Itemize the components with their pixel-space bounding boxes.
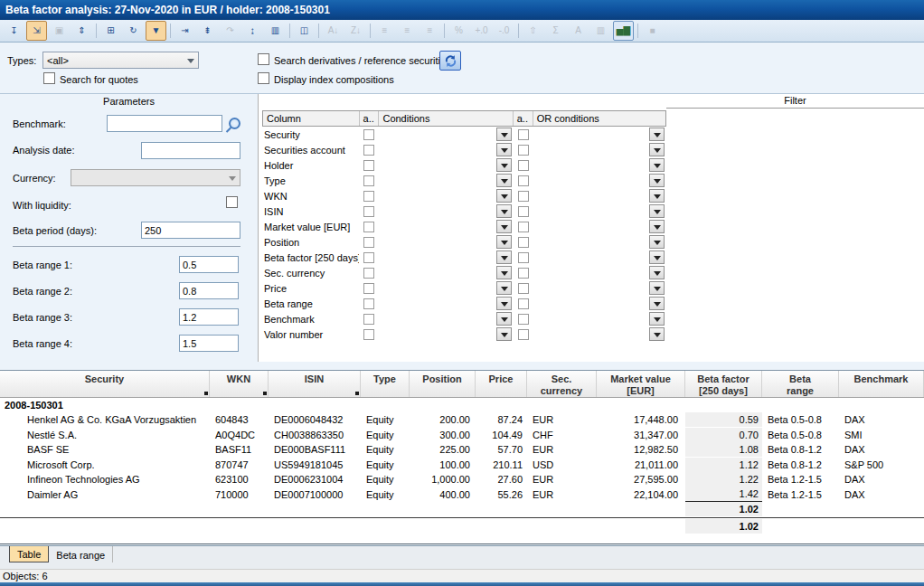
refresh-button[interactable] [439,51,461,71]
column-settings-icon[interactable]: ▥ [265,21,286,41]
beta-range-input[interactable] [179,308,239,326]
column-header-type[interactable]: Type [361,371,410,397]
filter-or-and-checkbox[interactable] [518,252,529,263]
filter-or-condition-field[interactable] [533,204,666,218]
chevron-down-icon[interactable] [496,143,512,156]
filter-or-condition-field[interactable] [533,128,666,141]
filter-or-and-checkbox[interactable] [518,237,529,248]
filter-or-and-checkbox[interactable] [518,129,529,140]
filter-and-checkbox[interactable] [363,129,374,140]
chevron-down-icon[interactable] [649,143,665,156]
filter-or-and-checkbox[interactable] [518,329,529,340]
table-row[interactable]: Nestlé S.A. A0Q4DC CH0038863350 Equity 3… [0,428,924,443]
filter-or-condition-field[interactable] [533,189,666,203]
column-header-wkn[interactable]: WKN [210,371,269,397]
filter-or-and-checkbox[interactable] [518,268,529,279]
filter-or-condition-field[interactable] [533,297,666,310]
chevron-down-icon[interactable] [649,220,665,233]
column-header-isin[interactable]: ISIN [269,371,361,397]
column-header-beta-range[interactable]: Betarange [762,371,839,397]
column-header-market-value[interactable]: Market value[EUR] [597,371,685,397]
filter-condition-field[interactable] [379,327,514,341]
beta-period-input[interactable] [141,222,240,239]
group-row[interactable]: 2008-150301 [0,398,924,412]
analysis-date-input[interactable] [141,142,240,159]
filter-or-condition-field[interactable] [533,235,666,249]
chevron-down-icon[interactable] [496,312,512,326]
filter-or-and-checkbox[interactable] [518,314,529,325]
chevron-down-icon[interactable] [496,297,512,310]
display-index-checkbox[interactable] [258,72,269,84]
chevron-down-icon[interactable] [649,189,665,203]
types-select[interactable]: <all> [42,52,199,69]
table-row[interactable]: Daimler AG 710000 DE0007100000 Equity 40… [0,487,924,503]
chevron-down-icon[interactable] [649,327,665,341]
chevron-down-icon[interactable] [496,128,512,141]
filter-condition-field[interactable] [379,281,514,295]
chevron-down-icon[interactable] [496,327,512,341]
column-header-benchmark[interactable]: Benchmark [839,371,924,397]
filter-or-condition-field[interactable] [533,158,666,172]
title-bar[interactable]: Beta factor analysis: 27-Nov-2020 in EUR… [0,0,924,20]
filter-and-checkbox[interactable] [363,252,374,263]
filter-condition-field[interactable] [379,189,514,203]
filter-or-and-checkbox[interactable] [518,191,529,202]
chevron-down-icon[interactable] [496,204,512,218]
filter-or-condition-field[interactable] [533,327,666,341]
filter-or-condition-field[interactable] [533,312,666,326]
beta-range-input[interactable] [179,335,239,352]
filter-condition-field[interactable] [379,297,514,310]
underline-sum-icon[interactable]: ↨ [242,21,263,41]
filter-or-condition-field[interactable] [533,281,666,295]
chevron-down-icon[interactable] [649,174,665,187]
filter-or-condition-field[interactable] [533,143,666,156]
table-row[interactable]: Infineon Technologies AG 623100 DE000623… [0,472,924,487]
filter-condition-field[interactable] [379,204,514,218]
search-for-quotes-checkbox[interactable] [43,72,55,84]
filter-or-condition-field[interactable] [533,266,666,279]
filter-condition-field[interactable] [379,158,514,172]
filter-and-checkbox[interactable] [363,314,374,325]
chevron-down-icon[interactable] [649,158,665,172]
column-header-price[interactable]: Price [476,371,527,397]
fit-columns-icon[interactable]: ⇲ [26,21,47,41]
filter-or-and-checkbox[interactable] [518,175,529,186]
filter-or-and-checkbox[interactable] [518,283,529,294]
filter-and-checkbox[interactable] [363,268,374,279]
filter-or-and-checkbox[interactable] [518,160,529,171]
filter-condition-field[interactable] [379,143,514,156]
with-liquidity-checkbox[interactable] [226,196,238,208]
filter-and-checkbox[interactable] [363,191,374,202]
filter-or-and-checkbox[interactable] [518,145,529,156]
filter-condition-field[interactable] [379,174,514,187]
tab-table[interactable]: Table [9,546,49,562]
filter-and-checkbox[interactable] [363,175,374,186]
chevron-down-icon[interactable] [496,266,512,279]
filter-condition-field[interactable] [379,266,514,279]
chevron-down-icon[interactable] [649,297,665,310]
hide-columns-icon[interactable]: ◫ [294,21,315,41]
filter-or-and-checkbox[interactable] [518,298,529,309]
chevron-down-icon[interactable] [649,312,665,326]
filter-and-checkbox[interactable] [363,237,374,248]
chevron-down-icon[interactable] [649,266,665,279]
filter-and-checkbox[interactable] [363,329,374,340]
filter-or-condition-field[interactable] [533,174,666,187]
filter-condition-field[interactable] [379,250,514,264]
chevron-down-icon[interactable] [496,189,512,203]
insert-column-icon[interactable]: ⇥ [174,21,195,41]
filter-icon[interactable]: ▼ [146,21,166,41]
beta-range-input[interactable] [179,282,239,299]
search-derivatives-checkbox[interactable] [258,53,269,65]
search-icon[interactable] [229,118,240,129]
filter-condition-field[interactable] [379,235,514,249]
insert-row-icon[interactable]: ⇟ [197,21,218,41]
filter-or-condition-field[interactable] [533,250,666,264]
chart-icon[interactable]: ▅▇ [613,21,634,41]
refresh-layout-icon[interactable]: ↻ [123,21,144,41]
chevron-down-icon[interactable] [496,174,512,187]
chevron-down-icon[interactable] [496,220,512,233]
tab-beta-range[interactable]: Beta range [49,546,113,562]
filter-and-checkbox[interactable] [363,222,374,232]
chevron-down-icon[interactable] [649,250,665,264]
